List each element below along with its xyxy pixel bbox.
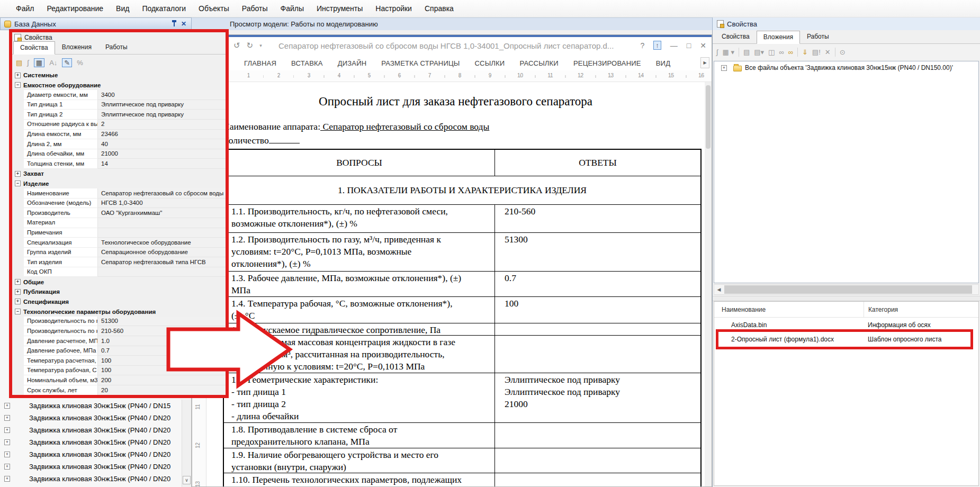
collapse-icon[interactable]: −	[15, 82, 21, 88]
property-row[interactable]: Примечания	[12, 228, 226, 238]
properties-tab-1[interactable]: Свойства	[13, 41, 55, 55]
menu-item-1[interactable]: Файл	[10, 2, 40, 15]
property-row[interactable]: Код ОКП	[12, 267, 226, 277]
property-value[interactable]: Сепаратор нефтегазовый со сбросом воды	[98, 188, 226, 199]
order-icon[interactable]: ▤!	[812, 48, 821, 56]
property-value[interactable]: Эллиптическое под приварку	[98, 110, 226, 120]
property-row[interactable]: СпециализацияТехнологическое оборудовани…	[12, 238, 226, 248]
ribbon-tab-1[interactable]: ГЛАВНАЯ	[237, 59, 284, 67]
column-name[interactable]: Наименование	[714, 306, 864, 313]
categorized-view-icon[interactable]: ▦	[34, 58, 44, 67]
chain-icon[interactable]: ∞	[779, 48, 784, 56]
sum-icon[interactable]: ∫	[27, 59, 29, 67]
close-icon[interactable]: ✕	[180, 20, 187, 28]
close-icon[interactable]: ✕	[700, 41, 706, 50]
expand-icon[interactable]: +	[4, 415, 10, 421]
document-page[interactable]: Опросный лист для заказа нефтегазового с…	[206, 82, 705, 486]
property-value[interactable]: 23466	[98, 130, 226, 140]
collapse-icon[interactable]: −	[15, 181, 21, 186]
properties-tab-2[interactable]: Вложения	[55, 41, 98, 54]
property-row[interactable]: Тип изделияСепаратор нефтегазовый типа Н…	[12, 257, 226, 267]
expand-icon[interactable]: +	[4, 452, 10, 457]
file-list-header[interactable]: Наименование Категория	[714, 302, 978, 318]
sort-az-icon[interactable]: A↓	[49, 59, 57, 67]
property-row[interactable]: НаименованиеСепаратор нефтегазовый со сб…	[12, 188, 226, 199]
property-value[interactable]	[98, 218, 226, 228]
document-scrollbar[interactable]	[705, 82, 712, 486]
menu-item-4[interactable]: Подкаталоги	[136, 2, 192, 15]
menu-item-10[interactable]: Справка	[418, 2, 460, 15]
property-row[interactable]: Длина емкости, мм23466	[12, 130, 226, 140]
property-value[interactable]: Сепаратор нефтегазовый типа НГСВ	[98, 257, 226, 267]
expand-icon[interactable]: +	[721, 65, 727, 71]
export-file-icon[interactable]: ⇓	[802, 48, 808, 56]
undo-icon[interactable]: ↺	[233, 41, 240, 50]
open-with-icon[interactable]: ▤▾	[754, 48, 764, 56]
property-value[interactable]	[98, 228, 226, 238]
property-category[interactable]: +Захват	[12, 169, 226, 179]
scrollbar-thumb[interactable]	[706, 85, 711, 149]
menu-item-3[interactable]: Вид	[110, 2, 136, 15]
property-row[interactable]: Материал	[12, 218, 226, 228]
minimize-icon[interactable]: —	[670, 41, 678, 50]
property-category[interactable]: −Изделие	[12, 179, 226, 189]
pin-icon[interactable]	[174, 22, 175, 26]
ribbon-tab-6[interactable]: РАССЫЛКИ	[512, 59, 566, 67]
property-row[interactable]: Тип днища 2Эллиптическое под приварку	[12, 110, 226, 120]
property-value[interactable]: ОАО "Курганхиммаш"	[98, 208, 226, 218]
ribbon-tab-4[interactable]: РАЗМЕТКА СТРАНИЦЫ	[374, 59, 467, 67]
expand-icon[interactable]: +	[4, 427, 10, 433]
property-value[interactable]: 14	[98, 159, 226, 169]
ribbon-tab-8[interactable]: ВИД	[649, 59, 678, 67]
property-row[interactable]: Обозначение (модель)НГСВ 1,0-3400	[12, 199, 226, 209]
property-row[interactable]: Отношение радиуса к выс...2	[12, 120, 226, 130]
ribbon-display-icon[interactable]: ↑	[653, 41, 661, 50]
sum-icon[interactable]: ∫	[716, 48, 718, 56]
help-icon[interactable]: ?	[641, 41, 645, 50]
scroll-down-icon[interactable]: ∨	[183, 476, 191, 484]
property-row[interactable]: Длина 2, мм40	[12, 139, 226, 149]
menu-item-6[interactable]: Работы	[236, 2, 274, 15]
column-category[interactable]: Категория	[864, 302, 978, 317]
expand-icon[interactable]: +	[4, 439, 10, 445]
tree-item[interactable]: +Задвижка клиновая 30нж15нж (PN40 / DN15	[0, 400, 182, 412]
link-icon[interactable]: ∞	[788, 48, 793, 56]
properties-icon[interactable]: ▤	[16, 59, 22, 67]
redo-icon[interactable]: ↻	[247, 41, 254, 50]
collapse-icon[interactable]: −	[15, 309, 21, 314]
property-value[interactable]: Сепарационное оборудование	[98, 248, 226, 258]
expand-icon[interactable]: +	[15, 279, 21, 285]
property-category[interactable]: −Емкостное оборудование	[12, 80, 226, 91]
property-value[interactable]: 21000	[98, 149, 226, 159]
horizontal-scrollbar[interactable]: ◀	[714, 284, 979, 295]
property-category[interactable]: +Публикация	[12, 287, 226, 297]
attachments-tab-3[interactable]: Работы	[800, 30, 836, 43]
property-value[interactable]: 2	[98, 120, 226, 130]
attachments-tab-1[interactable]: Свойства	[715, 30, 757, 43]
property-value[interactable]: 3400	[98, 90, 226, 100]
scrollbar-thumb[interactable]	[724, 285, 972, 294]
property-row[interactable]: Длина обечайки, мм21000	[12, 149, 226, 159]
tree-item[interactable]: +Задвижка клиновая 30нж15нж (PN40 / DN20	[0, 461, 182, 473]
expand-icon[interactable]: +	[15, 73, 21, 78]
menu-item-5[interactable]: Объекты	[192, 2, 236, 15]
dock-panel-header[interactable]: База Данных ✕	[0, 17, 192, 30]
preview-icon[interactable]: ⊙	[840, 48, 846, 56]
menu-item-7[interactable]: Файлы	[274, 2, 310, 15]
menu-item-8[interactable]: Инструменты	[310, 2, 369, 15]
tree-scrollbar[interactable]: ∨	[182, 400, 191, 487]
ribbon-tab-5[interactable]: ССЫЛКИ	[467, 59, 512, 67]
expand-icon[interactable]: +	[15, 289, 21, 295]
ribbon-tab-3[interactable]: ДИЗАЙН	[330, 59, 374, 67]
menu-item-9[interactable]: Настройки	[369, 2, 418, 15]
properties-tab-3[interactable]: Работы	[98, 41, 134, 54]
property-row[interactable]: Диаметр емкости, мм3400	[12, 90, 226, 100]
property-row[interactable]: ПроизводительОАО "Курганхиммаш"	[12, 208, 226, 218]
maximize-icon[interactable]: □	[687, 41, 691, 50]
edit-values-icon[interactable]: ✎	[62, 58, 72, 67]
tree-item[interactable]: +Задвижка клиновая 30нж15нж (PN40 / DN20	[0, 436, 182, 448]
expand-icon[interactable]: +	[4, 464, 10, 470]
scroll-left-icon[interactable]: ◀	[714, 285, 724, 294]
property-value[interactable]: Эллиптическое под приварку	[98, 100, 226, 110]
menu-item-2[interactable]: Редактирование	[40, 2, 110, 15]
